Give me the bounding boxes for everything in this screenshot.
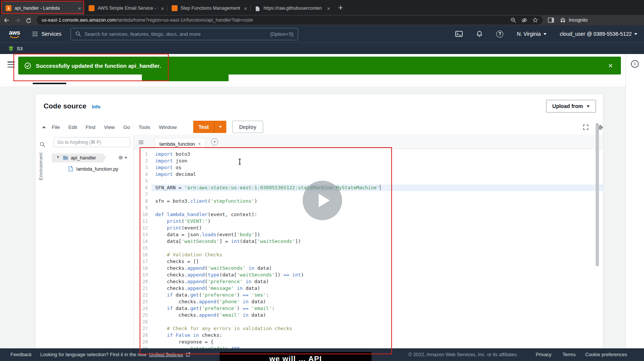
info-link[interactable]: Info [92,104,101,110]
side-panel-icon[interactable] [548,17,554,24]
code-line[interactable]: import boto3 [152,151,603,158]
code-line[interactable]: # Validation Checks [152,251,603,258]
code-line[interactable]: checks.append('message' in data) [152,285,603,292]
explorer-search-icon[interactable] [39,141,45,148]
code-line[interactable]: checks.append('preference' in data) [152,278,603,285]
editor-menubar: File Edit Find View Go Tools Window Test… [35,120,603,134]
tab-title: AWS Simple Email Service - Da [98,6,158,11]
tree-settings-gear-icon[interactable] [118,155,127,160]
back-icon[interactable] [1,17,11,23]
code-line[interactable]: # Check for any errors in validation che… [152,325,603,332]
terms-link[interactable]: Terms [562,348,576,361]
aws-logo[interactable]: aws [9,30,20,38]
browser-tab-github-raw[interactable]: https://raw.githubuserconten × [250,1,333,15]
code-line[interactable]: import os [152,164,603,171]
code-line[interactable]: checks.append('email' in data) [152,312,603,319]
editor-tab-lambda-function[interactable]: lambda_function × [154,138,206,149]
tab-close-icon[interactable]: × [78,6,81,11]
cloudshell-icon[interactable] [455,31,463,37]
browser-tab-ses[interactable]: AWS Simple Email Service - Da × [84,1,167,15]
privacy-link[interactable]: Privacy [536,348,552,361]
region-selector[interactable]: N. Virginia [517,31,546,37]
line-number: 2 [134,158,148,164]
menu-edit[interactable]: Edit [68,124,77,130]
tab-list-icon[interactable] [138,139,144,145]
code-line[interactable]: checks.append('waitSeconds' in data) [152,265,603,272]
collapse-panel-icon[interactable] [42,126,46,128]
info-panel-icon[interactable]: i [631,60,639,68]
browser-tab-stepfunctions[interactable]: Step Functions Management C × [167,1,250,15]
code-line[interactable]: import json [152,158,603,164]
code-line[interactable] [152,245,603,251]
tree-folder-row[interactable]: ▾ api_handler - / [35,153,134,163]
account-menu[interactable]: cloud_user @ 0389-5536-5122 [560,31,637,37]
upload-from-button[interactable]: Upload from [546,100,596,113]
menu-find[interactable]: Find [86,124,95,130]
line-number: 14 [134,238,148,245]
deploy-button[interactable]: Deploy [232,121,263,133]
menu-window[interactable]: Window [159,124,177,130]
code-line[interactable]: if False in checks: [152,332,603,339]
aws-search-input[interactable] [85,31,267,37]
zoom-icon[interactable] [510,17,516,23]
hamburger-menu-icon[interactable] [7,61,15,67]
code-line[interactable] [152,205,603,211]
line-number: 23 [134,298,148,305]
code-line[interactable]: checks.append('phone' in data) [152,298,603,305]
unified-settings-link[interactable]: Unified Settings [149,348,183,361]
code-line[interactable]: response = { [152,339,603,345]
goto-anything-input[interactable] [54,137,130,147]
code-line[interactable]: print(event) [152,225,603,231]
browser-tab-lambda[interactable]: λ api_handler - Lambda × [1,1,84,15]
forward-icon[interactable] [13,17,22,23]
code-line[interactable]: data['waitSeconds'] = int(data['waitSeco… [152,238,603,245]
help-icon[interactable]: ? [496,31,503,38]
code-line[interactable] [152,191,603,198]
code-line[interactable]: if data.get('preference') == 'sms': [152,292,603,298]
cookie-preferences-link[interactable]: Cookie preferences [585,348,627,361]
new-editor-tab-button[interactable]: + [211,138,218,145]
editor-tab-close-icon[interactable]: × [198,141,201,147]
vertical-scrollbar-thumb[interactable] [596,123,599,266]
fullscreen-icon[interactable] [583,124,589,130]
menu-view[interactable]: View [104,124,115,130]
address-bar[interactable]: us-east-1.console.aws.amazon.com/lambda/… [36,16,543,25]
video-play-button[interactable] [303,181,342,220]
code-line[interactable]: def lambda_handler(event, context): [152,211,603,218]
code-line[interactable]: print('EVENT:') [152,218,603,225]
aws-search-bar[interactable]: [Option+S] [70,28,298,40]
editor-tab-strip: lambda_function × + [134,134,603,149]
tab-close-icon[interactable]: × [161,6,164,11]
banner-close-icon[interactable]: × [608,61,613,70]
test-dropdown-button[interactable] [214,121,226,133]
code-line[interactable]: data = json.loads(event['body']) [152,231,603,238]
notifications-bell-icon[interactable] [476,31,483,37]
line-number: 9 [134,205,148,211]
code-line[interactable]: SFN_ARN = 'arn:aws:states:us-east-1:0389… [152,184,603,191]
code-line[interactable]: sfn = boto3.client('stepfunctions') [152,198,603,205]
chevron-down-icon [124,157,127,159]
code-line[interactable]: checks = [] [152,258,603,265]
test-button[interactable]: Test [193,121,214,133]
menu-tools[interactable]: Tools [138,124,150,130]
services-menu-button[interactable]: Services [32,31,61,37]
feedback-link[interactable]: Feedback [10,348,32,361]
code-line[interactable] [152,319,603,325]
code-line[interactable]: import decimal [152,171,603,178]
reload-icon[interactable] [24,17,34,23]
code-line[interactable]: checks.append(type(data['waitSeconds']) … [152,272,603,278]
code-line[interactable] [152,178,603,184]
favorite-s3-link[interactable]: S3 [17,46,23,51]
code-editor: lambda_function × + 12345678910111213141… [134,134,603,349]
editor-tab-label: lambda_function [159,141,195,147]
eye-off-icon[interactable] [521,17,527,23]
new-tab-button[interactable]: + [335,3,346,13]
menu-go[interactable]: Go [123,124,130,130]
tab-close-icon[interactable]: × [327,6,330,11]
menu-file[interactable]: File [52,124,60,130]
code-line[interactable]: if data.get('preference') == 'email': [152,305,603,312]
bookmark-star-icon[interactable] [532,17,538,23]
tree-file-row[interactable]: lambda_function.py [35,164,134,174]
folder-disclosure-icon[interactable]: ▾ [57,155,59,159]
tab-close-icon[interactable]: × [244,6,247,11]
